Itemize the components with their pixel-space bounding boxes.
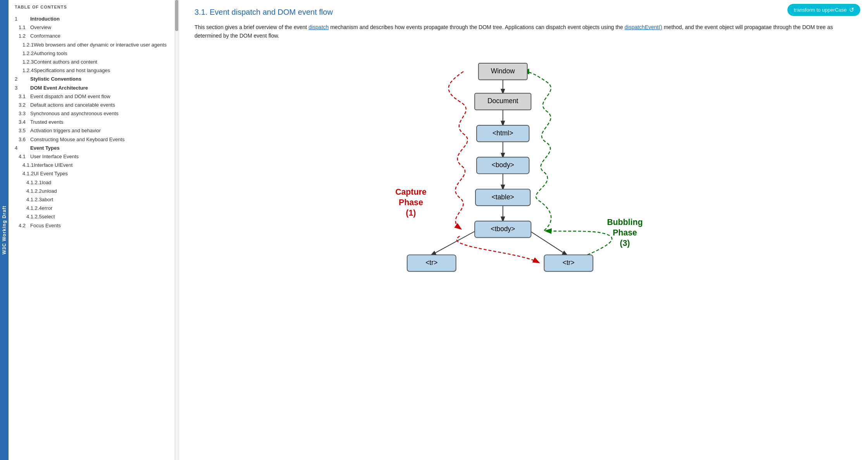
toc-item[interactable]: 4.1.2UI Event Types — [15, 169, 169, 178]
toc-item-num: 1.2 — [15, 33, 30, 40]
toc-scrollbar[interactable] — [175, 0, 179, 460]
section-title: 3.1. Event dispatch and DOM event flow — [195, 8, 852, 17]
tr1-label: <tr> — [425, 259, 437, 266]
toc-sidebar: TABLE OF CONTENTS 1Introduction1.1Overvi… — [9, 0, 175, 460]
body-text-1: This section gives a brief overview of t… — [195, 24, 308, 30]
toc-item[interactable]: 4.1.2.5select — [15, 213, 169, 221]
toc-item-num: 1.2.2 — [15, 50, 34, 57]
toc-item[interactable]: 1.2.4Specifications and host languages — [15, 66, 169, 75]
toc-item-label: DOM Event Architecture — [30, 85, 88, 92]
toc-item[interactable]: 4.1.2.2unload — [15, 187, 169, 195]
tr2-label: <tr> — [563, 259, 575, 266]
dispatch-event-link[interactable]: dispatchEvent() — [625, 24, 662, 30]
toc-item[interactable]: 3.2Default actions and cancelable events — [15, 101, 169, 109]
toc-item[interactable]: 4.1.2.1load — [15, 178, 169, 187]
toc-item-label: Content authors and content — [34, 59, 97, 66]
toc-item-num: 3.6 — [15, 136, 30, 143]
toc-item[interactable]: 1Introduction — [15, 15, 169, 23]
toc-scroll-thumb[interactable] — [175, 0, 178, 31]
transform-button-label: transform to upperCase — [794, 7, 847, 13]
toc-item[interactable]: 1.2Conformance — [15, 32, 169, 40]
toc-item-label: Authoring tools — [34, 50, 67, 57]
toc-item-label: Overview — [30, 24, 51, 31]
toc-item-num: 3.2 — [15, 102, 30, 109]
toc-item-label: Event Types — [30, 145, 60, 152]
w3c-working-draft-tab: W3C Working Draft — [0, 0, 9, 460]
toc-item-num: 4.2 — [15, 222, 30, 229]
html-label: <html> — [493, 129, 513, 137]
toc-item-label: Stylistic Conventions — [30, 76, 81, 83]
toc-item-num: 1.2.3 — [15, 59, 34, 66]
toc-item-label: Conformance — [30, 33, 60, 40]
toc-item[interactable]: 4.1.2.4error — [15, 204, 169, 213]
toc-item-num: 4.1 — [15, 153, 30, 160]
bubbling-phase-label-3: (3) — [620, 239, 630, 248]
dom-event-flow-diagram: Window Document <html> <body> <table> <t… — [369, 52, 679, 292]
toc-item-label: Event dispatch and DOM event flow — [30, 93, 110, 100]
toc-item[interactable]: 3.4Trusted events — [15, 118, 169, 126]
toc-item[interactable]: 1.2.1Web browsers and other dynamic or i… — [15, 41, 169, 49]
bubbling-phase-label: Bubbling — [607, 217, 642, 227]
bubbling-phase-label-2: Phase — [613, 228, 637, 237]
toc-item[interactable]: 1.2.3Content authors and content — [15, 58, 169, 66]
toc-item[interactable]: 4.1.1Interface UIEvent — [15, 161, 169, 169]
toc-item-num: 4.1.2.4 — [15, 205, 42, 212]
toc-item-num: 3.3 — [15, 110, 30, 117]
svg-line-6 — [527, 229, 567, 255]
toc-item[interactable]: 4.1User Interface Events — [15, 152, 169, 161]
toc-item-label: abort — [42, 196, 53, 203]
toc-item-label: UI Event Types — [34, 170, 68, 177]
svg-line-5 — [432, 229, 479, 255]
capture-phase-label-2: Phase — [399, 198, 423, 207]
toc-item-label: Interface UIEvent — [34, 162, 72, 169]
toc-item-num: 3.4 — [15, 119, 30, 126]
toc-item[interactable]: 3.3Synchronous and asynchronous events — [15, 109, 169, 118]
tbody-label: <tbody> — [491, 225, 515, 233]
toc-item[interactable]: 4.1.2.3abort — [15, 195, 169, 204]
toc-item[interactable]: 1.1Overview — [15, 23, 169, 32]
toc-item-num: 4.1.2.2 — [15, 188, 42, 195]
body-label: <body> — [492, 161, 514, 169]
toc-item[interactable]: 2Stylistic Conventions — [15, 75, 169, 83]
body-text-2: mechanism and describes how events propa… — [329, 24, 624, 30]
toc-item-num: 4 — [15, 145, 30, 152]
toc-item[interactable]: 3.1Event dispatch and DOM event flow — [15, 92, 169, 101]
toc-item[interactable]: 1.2.2Authoring tools — [15, 49, 169, 58]
toc-item-num: 4.1.2 — [15, 170, 34, 177]
section-body: This section gives a brief overview of t… — [195, 23, 852, 40]
capture-phase-label-3: (1) — [406, 208, 416, 218]
toc-item-num: 2 — [15, 76, 30, 83]
transform-icon: ↺ — [849, 6, 854, 14]
toc-item-label: load — [42, 179, 52, 186]
toc-item-label: Web browsers and other dynamic or intera… — [34, 42, 167, 48]
toc-item-label: Introduction — [30, 16, 60, 22]
toc-item[interactable]: 3DOM Event Architecture — [15, 84, 169, 92]
toc-item-num: 4.1.2.3 — [15, 196, 42, 203]
toc-item-num: 1.1 — [15, 24, 30, 31]
toc-item-label: User Interface Events — [30, 153, 79, 160]
transform-button[interactable]: transform to upperCase ↺ — [787, 4, 860, 16]
toc-item-label: Constructing Mouse and Keyboard Events — [30, 136, 125, 143]
toc-list: 1Introduction1.1Overview1.2Conformance1.… — [15, 15, 169, 230]
toc-item-num: 4.1.2.1 — [15, 179, 42, 186]
table-label: <table> — [492, 193, 514, 201]
toc-item-label: Synchronous and asynchronous events — [30, 110, 119, 117]
diagram-svg: Window Document <html> <body> <table> <t… — [369, 52, 679, 292]
dispatch-link[interactable]: dispatch — [308, 24, 329, 30]
toc-item[interactable]: 4.2Focus Events — [15, 221, 169, 230]
toc-item-label: unload — [42, 188, 57, 195]
toc-item-label: select — [42, 213, 55, 220]
toc-item-label: Default actions and cancelable events — [30, 102, 115, 109]
toc-item-num: 3.1 — [15, 93, 30, 100]
toc-title: TABLE OF CONTENTS — [15, 5, 169, 9]
toc-item[interactable]: 3.5Activation triggers and behavior — [15, 126, 169, 135]
toc-item-label: error — [42, 205, 52, 212]
document-label: Document — [487, 97, 518, 105]
toc-item[interactable]: 3.6Constructing Mouse and Keyboard Event… — [15, 135, 169, 144]
toc-item[interactable]: 4Event Types — [15, 144, 169, 152]
toc-item-num: 3.5 — [15, 127, 30, 134]
toc-item-num: 4.1.2.5 — [15, 213, 42, 220]
toc-item-num: 4.1.1 — [15, 162, 34, 169]
toc-item-label: Trusted events — [30, 119, 64, 126]
toc-item-label: Focus Events — [30, 222, 61, 229]
